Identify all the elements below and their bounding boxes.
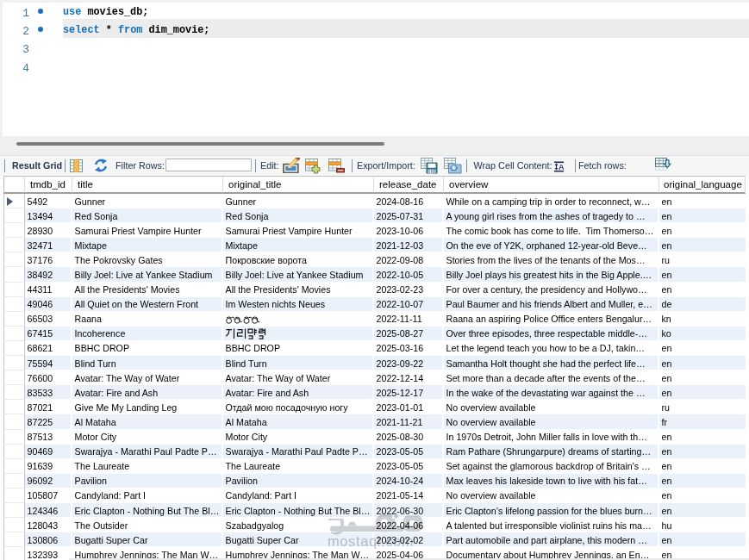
svg-text:A: A xyxy=(559,163,565,171)
